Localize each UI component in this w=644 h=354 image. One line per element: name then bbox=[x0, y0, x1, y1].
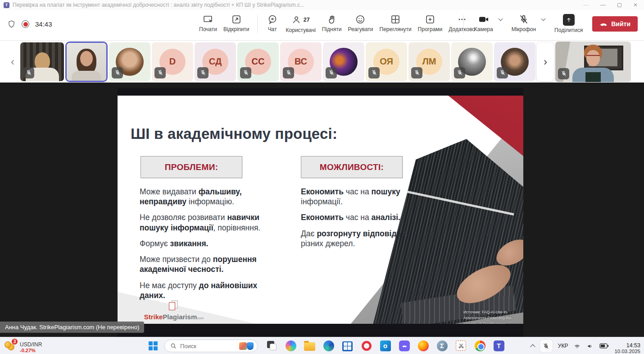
camera-button[interactable]: Камера bbox=[471, 13, 496, 34]
participant-tile[interactable]: ВС bbox=[280, 42, 322, 81]
participant-tile[interactable] bbox=[451, 42, 493, 81]
camera-label: Камера bbox=[474, 26, 493, 32]
search-input[interactable] bbox=[180, 343, 236, 349]
window-more-button[interactable]: ··· bbox=[583, 2, 589, 8]
participant-tile[interactable] bbox=[109, 42, 150, 81]
chrome-button[interactable] bbox=[474, 340, 486, 352]
participant-tile-active-speaker[interactable] bbox=[65, 41, 108, 82]
share-label: Поділитися bbox=[554, 27, 583, 33]
view-label: Переглянути bbox=[380, 26, 412, 32]
opportunities-header-box: МОЖЛИВОСТІ: bbox=[301, 156, 403, 178]
participant-tile[interactable] bbox=[323, 42, 364, 81]
chat-label: Чат bbox=[268, 26, 277, 32]
start-share-button[interactable]: Почати bbox=[196, 13, 220, 34]
outlook-icon: o bbox=[380, 340, 391, 351]
viber-icon bbox=[399, 340, 410, 351]
participant-tile[interactable] bbox=[494, 42, 535, 81]
clock[interactable]: 14:53 10.03.2025 bbox=[614, 342, 640, 354]
slide-list-item: Не має доступу до найновіших даних. bbox=[140, 280, 284, 300]
opera-button[interactable] bbox=[360, 340, 372, 352]
copilot-icon bbox=[286, 340, 296, 351]
participant-tile[interactable]: ЛМ bbox=[408, 42, 450, 81]
mic-label: Мікрофон bbox=[512, 26, 536, 32]
notification-badge: 3 bbox=[11, 338, 18, 345]
participant-tile-large[interactable] bbox=[555, 41, 631, 82]
window-minimize-button[interactable]: — bbox=[600, 2, 606, 8]
edge-icon bbox=[323, 340, 334, 351]
math-app-button[interactable]: Σ bbox=[436, 340, 448, 352]
react-smiley-icon bbox=[355, 14, 366, 25]
window-close-button[interactable]: ✕ bbox=[633, 2, 638, 8]
outlook-button[interactable]: o bbox=[379, 340, 391, 352]
participant-tile[interactable]: ОЯ bbox=[366, 42, 407, 81]
participant-tile[interactable]: D bbox=[152, 42, 193, 81]
start-share-label: Почати bbox=[199, 26, 217, 32]
mic-button[interactable]: Мікрофон bbox=[508, 13, 539, 34]
toolbar-separator bbox=[257, 15, 258, 33]
firefox-button[interactable] bbox=[417, 340, 429, 352]
strip-scroll-left-button[interactable]: ‹ bbox=[6, 48, 19, 75]
weather-finance-widget[interactable]: 3 USD/INR -0.27% bbox=[5, 340, 42, 353]
tray-mic-button[interactable] bbox=[540, 340, 553, 352]
participant-tile[interactable] bbox=[20, 42, 64, 81]
firefox-icon bbox=[418, 340, 429, 351]
people-count: 27 bbox=[304, 17, 310, 23]
mic-muted-badge bbox=[558, 68, 569, 79]
wifi-icon[interactable] bbox=[573, 343, 581, 349]
tray-expand-icon[interactable] bbox=[530, 344, 535, 349]
task-view-button[interactable] bbox=[266, 340, 278, 352]
battery-icon[interactable] bbox=[599, 343, 609, 349]
teams-button[interactable]: T bbox=[493, 340, 505, 352]
meeting-toolbar: 34:43 Почати Відкріпити Чат 27 Кори bbox=[0, 10, 644, 41]
slide-list-item: Економить час на пошуку інформації. bbox=[301, 187, 416, 207]
mic-muted-badge bbox=[112, 67, 123, 78]
leave-button[interactable]: Вийти bbox=[592, 16, 638, 32]
opera-icon bbox=[362, 341, 372, 351]
react-button[interactable]: Реагувати bbox=[345, 13, 376, 34]
sigma-icon: Σ bbox=[437, 340, 448, 351]
window-title: Перевірка на плагіат як інструмент акаде… bbox=[13, 2, 583, 8]
raise-hand-button[interactable]: Підняти bbox=[319, 13, 345, 34]
hangup-icon bbox=[599, 22, 608, 26]
strip-scroll-right-button[interactable]: › bbox=[537, 42, 554, 81]
snipping-tool-button[interactable] bbox=[455, 340, 467, 352]
raise-hand-icon bbox=[327, 14, 337, 25]
search-icon bbox=[170, 343, 177, 349]
share-button[interactable]: Поділитися bbox=[551, 13, 586, 35]
mic-muted-badge bbox=[283, 67, 294, 78]
taskbar-search[interactable] bbox=[164, 340, 258, 352]
meeting-timer: 34:43 bbox=[35, 20, 52, 28]
presenter-tooltip: Анна Чудак. StrikePlagiarism.com (Не пер… bbox=[0, 322, 144, 333]
people-button[interactable]: 27 Користувачі bbox=[283, 13, 319, 35]
view-grid-icon bbox=[390, 14, 401, 25]
mic-chevron-icon[interactable] bbox=[541, 17, 546, 21]
coins-icon: 3 bbox=[5, 340, 16, 352]
participant-tile[interactable]: СД bbox=[195, 42, 236, 81]
store-icon bbox=[342, 341, 353, 351]
chrome-icon bbox=[475, 340, 485, 351]
screen-share-icon bbox=[203, 14, 213, 25]
edge-button[interactable] bbox=[322, 340, 335, 352]
chat-button[interactable]: Чат bbox=[262, 13, 283, 34]
mic-muted-badge bbox=[497, 67, 508, 78]
search-highlight-icon bbox=[239, 342, 247, 350]
start-button[interactable] bbox=[149, 341, 158, 350]
mic-muted-badge bbox=[154, 67, 166, 78]
apps-button[interactable]: Програми bbox=[415, 13, 446, 34]
folder-icon bbox=[304, 342, 315, 351]
ms-store-button[interactable] bbox=[341, 340, 354, 352]
language-indicator[interactable]: УКР bbox=[558, 343, 568, 349]
volume-icon[interactable] bbox=[586, 343, 594, 349]
time-label: 14:53 bbox=[614, 342, 640, 349]
unpin-button[interactable]: Відкріпити bbox=[220, 13, 253, 34]
viber-button[interactable] bbox=[398, 340, 410, 352]
shield-icon bbox=[7, 20, 16, 28]
mic-muted-badge bbox=[454, 67, 465, 78]
copilot-button[interactable] bbox=[285, 340, 297, 352]
camera-chevron-icon[interactable] bbox=[498, 17, 503, 21]
mic-muted-icon bbox=[518, 14, 529, 25]
file-explorer-button[interactable] bbox=[304, 340, 316, 352]
window-maximize-button[interactable] bbox=[617, 3, 621, 7]
participant-tile[interactable]: СС bbox=[237, 42, 279, 81]
view-button[interactable]: Переглянути bbox=[376, 13, 415, 34]
